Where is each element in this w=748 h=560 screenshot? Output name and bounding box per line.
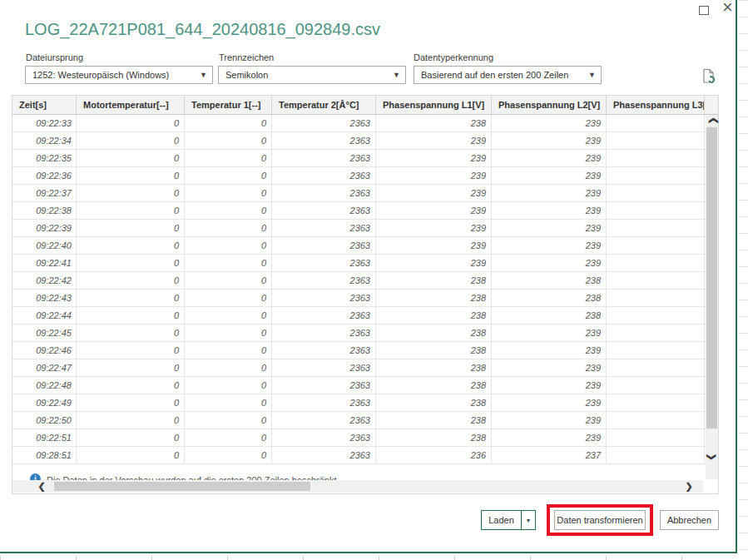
table-cell	[607, 202, 705, 219]
column-header: Phasenspannung L3[V	[607, 96, 705, 114]
table-cell: 0	[77, 167, 185, 184]
cancel-button[interactable]: Abbrechen	[660, 510, 719, 530]
table-cell: 239	[376, 237, 492, 254]
table-cell	[607, 290, 705, 306]
table-cell: 2363	[272, 429, 376, 446]
table-row: 09:22:41002363239239	[12, 255, 718, 272]
table-cell: 239	[492, 167, 607, 184]
table-cell: 238	[376, 342, 492, 359]
table-cell: 238	[376, 115, 492, 131]
delimiter-value: Semikolon	[225, 70, 268, 80]
table-cell: 0	[77, 307, 185, 324]
excel-sheet-background-bottom	[0, 556, 748, 560]
table-cell: 09:22:34	[12, 132, 77, 149]
table-row: 09:22:44002363238238	[12, 307, 718, 325]
table-cell: 09:22:39	[12, 220, 77, 236]
table-cell: 09:22:36	[12, 167, 77, 184]
file-refresh-icon[interactable]	[701, 68, 716, 88]
table-cell: 09:28:51	[12, 447, 77, 463]
table-row: 09:22:46002363238239	[12, 342, 718, 359]
table-cell: 0	[77, 115, 185, 131]
table-cell: 0	[77, 185, 185, 201]
horizontal-scrollbar[interactable]: ❮ ❯	[12, 480, 703, 493]
transform-data-button[interactable]: Daten transformieren	[554, 510, 646, 530]
table-cell	[607, 394, 705, 411]
table-cell: 0	[77, 359, 185, 376]
horizontal-scrollbar-thumb[interactable]	[54, 482, 310, 491]
table-row: 09:22:47002363238239	[12, 359, 718, 377]
column-header: Zeit[s]	[12, 96, 77, 114]
table-cell: 239	[376, 255, 492, 271]
table-row: 09:22:48002363238239	[12, 377, 718, 394]
table-cell: 0	[77, 290, 185, 306]
table-cell: 0	[77, 429, 185, 446]
table-cell: 239	[492, 359, 607, 376]
maximize-icon[interactable]	[699, 6, 709, 15]
load-button[interactable]: Laden	[482, 511, 521, 529]
table-cell: 2363	[272, 185, 376, 201]
chevron-down-icon: ▼	[393, 71, 405, 79]
table-cell: 0	[185, 237, 272, 254]
table-cell: 238	[376, 290, 492, 306]
scroll-right-icon[interactable]: ❯	[683, 480, 695, 493]
chevron-down-icon: ▼	[588, 71, 601, 79]
table-cell: 2363	[272, 359, 376, 376]
table-cell: 2363	[272, 412, 376, 429]
close-icon[interactable]: ×	[722, 0, 733, 17]
table-cell	[607, 447, 705, 463]
table-cell: 239	[492, 115, 607, 131]
table-cell: 0	[185, 185, 272, 201]
load-split-button[interactable]: Laden ▾	[481, 510, 536, 530]
csv-import-dialog: × LOG_22A721P081_644_20240816_092849.csv…	[0, 0, 748, 560]
table-cell: 0	[185, 377, 272, 394]
type-detection-select[interactable]: Basierend auf den ersten 200 Zeilen ▼	[414, 66, 602, 84]
table-cell: 0	[185, 272, 272, 289]
table-cell: 239	[492, 325, 607, 341]
chevron-down-icon: ▼	[200, 71, 212, 79]
table-row: 09:22:43002363238238	[12, 290, 718, 307]
table-cell: 239	[492, 377, 607, 394]
table-cell: 239	[376, 132, 492, 149]
scroll-down-icon[interactable]: ❯	[706, 451, 718, 463]
table-cell: 239	[492, 185, 607, 201]
table-cell	[607, 325, 705, 341]
table-cell: 09:22:47	[12, 359, 77, 376]
table-cell: 09:22:40	[12, 237, 77, 254]
vertical-scrollbar-thumb[interactable]	[706, 127, 717, 429]
table-cell: 2363	[272, 150, 376, 166]
table-cell: 238	[492, 272, 607, 289]
load-dropdown-arrow[interactable]: ▾	[521, 511, 535, 529]
table-row: 09:28:51002363236237	[12, 447, 718, 464]
table-cell: 0	[77, 202, 185, 219]
vertical-scrollbar[interactable]: ❯ ❯	[706, 115, 718, 479]
scroll-up-icon[interactable]: ❯	[706, 115, 718, 127]
table-cell: 09:22:45	[12, 325, 77, 341]
delimiter-select[interactable]: Semikolon ▼	[218, 66, 406, 84]
scroll-left-icon[interactable]: ❮	[36, 480, 47, 493]
table-cell	[607, 220, 705, 236]
table-cell: 0	[185, 359, 272, 376]
table-cell: 0	[185, 255, 272, 271]
table-cell: 09:22:35	[12, 150, 77, 166]
table-cell: 0	[185, 115, 272, 131]
table-cell: 2363	[272, 394, 376, 411]
table-cell: 239	[492, 237, 607, 254]
type-detection-label: Datentyperkennung	[414, 52, 493, 62]
table-cell: 0	[77, 255, 185, 271]
file-origin-select[interactable]: 1252: Westeuropäisch (Windows) ▼	[25, 66, 213, 84]
table-cell	[607, 412, 705, 429]
excel-sheet-background-right	[738, 0, 748, 551]
table-row: 09:22:37002363239239	[12, 185, 718, 202]
table-cell: 239	[376, 150, 492, 166]
table-cell: 0	[77, 412, 185, 429]
table-cell: 238	[376, 359, 492, 376]
table-cell: 238	[376, 377, 492, 394]
table-cell: 236	[376, 447, 492, 463]
table-cell: 239	[492, 394, 607, 411]
column-header: Temperatur 1[--]	[185, 96, 272, 114]
table-cell: 0	[185, 429, 272, 446]
table-cell: 0	[185, 167, 272, 184]
table-cell: 0	[77, 150, 185, 166]
dialog-border	[0, 552, 737, 553]
table-cell: 0	[185, 220, 272, 236]
